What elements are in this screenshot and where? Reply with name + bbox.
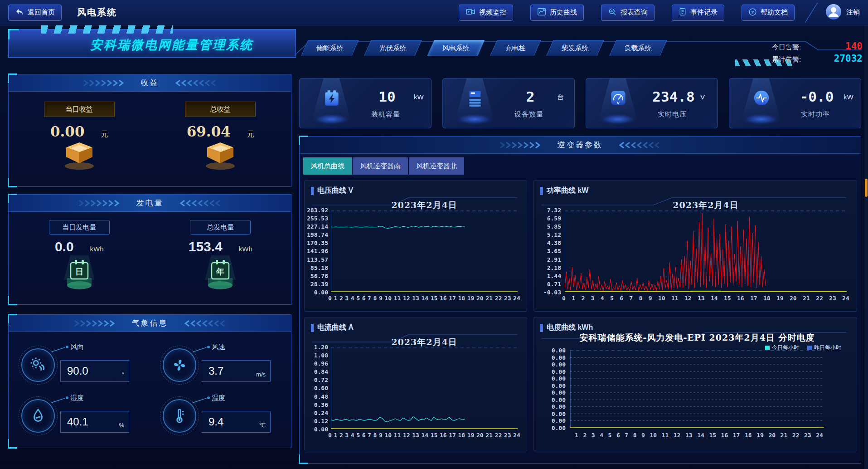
tab-diesel-system[interactable]: 柴发系统 [546, 40, 604, 56]
wind-speed-label: 风速 [212, 343, 225, 352]
topbar-actions: 视频监控 历史曲线 报表查询 事件记录 [459, 5, 795, 21]
temperature-label: 温度 [212, 394, 225, 402]
tab-wind-system[interactable]: 风电系统 [427, 40, 485, 56]
temperature-value-box: 9.4 ℃ [202, 411, 271, 433]
realtime-voltage-card: V 234.8 V 实时电压 [586, 78, 718, 128]
power-chart-title: 功率曲线 kW [547, 186, 588, 195]
today-alert-row: 今日告警: 140 [772, 41, 863, 53]
power-pulse-icon [751, 88, 772, 110]
total-generation-unit: kWh [239, 245, 252, 253]
device-count-value: 2 [505, 88, 555, 105]
current-chart-date: 2023年2月4日 [331, 337, 518, 348]
energy-chart-card: 电度曲线 kWh 安科瑞储能系统-风力发电-EPI 2023年2月4日 分时电度… [533, 317, 857, 451]
daily-generation-block: 当日发电量 0.0 kWh 日 [18, 212, 141, 293]
realtime-power-unit: kW [844, 93, 853, 101]
humidity-icon [21, 399, 55, 433]
total-generation-block: 总发电量 153.4 kWh 年 [159, 212, 281, 293]
connector-line [192, 345, 213, 354]
total-alert-row: 累计告警: 27032 [772, 53, 863, 65]
system-tab-bar: 储能系统 光伏系统 风电系统 充电桩 柴发系统 负载系统 [305, 40, 676, 55]
back-home-label: 返回首页 [28, 8, 55, 17]
daily-revenue-block: 当日收益 0.00 元 [18, 92, 141, 172]
voltage-plot [331, 210, 518, 292]
back-arrow-icon [15, 8, 24, 17]
report-query-button[interactable]: 报表查询 [601, 5, 655, 21]
energy-chart-heading: 安科瑞储能系统-风力发电-EPI 2023年2月4日 分时电度 [566, 332, 829, 344]
wind-direction-label: 风向 [70, 343, 84, 352]
event-log-button[interactable]: 事件记录 [672, 5, 724, 21]
daily-generation-chip: 当日发电量 [49, 220, 110, 234]
generation-panel: 发电量 当日发电量 0.0 kWh 日 总发电量 [8, 194, 291, 305]
legend-today-swatch [765, 346, 770, 350]
video-monitor-button[interactable]: 视频监控 [459, 5, 513, 21]
gold-box-icon [61, 141, 98, 172]
event-log-icon [679, 8, 687, 17]
tab-pv-system[interactable]: 光伏系统 [364, 40, 422, 56]
energy-y-axis: 0.000.000.000.000.000.000.000.000.000.00… [534, 347, 566, 431]
realtime-power-label: 实时功率 [775, 110, 856, 119]
power-x-axis: 0123456789101112131415161718192021222324 [562, 295, 849, 302]
chevrons-right-icon [499, 142, 542, 148]
wind-direction-unit: ° [122, 371, 124, 378]
history-curve-icon [537, 8, 546, 17]
inverter-panel: 逆变器参数 风机总曲线 风机逆变器南 风机逆变器北 电压曲线 V 2023年2月… [299, 136, 861, 464]
realtime-power-card: -0.0 kW 实时功率 [729, 78, 861, 128]
power-chart-card: 功率曲线 kW 2023年2月4日 7.326.595.855.124.383.… [533, 180, 857, 312]
history-curve-button[interactable]: 历史曲线 [530, 5, 584, 21]
tab-charging-pile[interactable]: 充电桩 [490, 40, 541, 56]
voltage-chart-date: 2023年2月4日 [331, 200, 518, 211]
total-generation-chip: 总发电量 [190, 220, 251, 234]
total-alert-label: 累计告警: [772, 55, 801, 64]
energy-x-axis: 123456789101112131415161718192021222324 [575, 432, 823, 439]
top-bar: 返回首页 风电系统 视频监控 历史曲线 报表查询 [0, 0, 868, 25]
calendar-day-char: 日 [75, 267, 83, 276]
avatar [825, 4, 842, 22]
humidity-unit: % [119, 422, 124, 429]
scrollbar-track[interactable] [864, 25, 868, 469]
yearly-calendar-icon: 年 [203, 255, 238, 293]
temperature-icon [163, 399, 196, 433]
daily-generation-value: 0.0 [55, 239, 74, 254]
scrollbar-thumb[interactable] [865, 179, 868, 197]
logout-label[interactable]: 注销 [846, 8, 860, 17]
daily-generation-unit: kWh [90, 245, 104, 253]
realtime-power-value: -0.0 [792, 88, 842, 105]
wind-direction-item: 风向 90.0 ° [21, 343, 148, 386]
voltage-chart-title: 电压曲线 V [317, 186, 353, 195]
tab-storage-system[interactable]: 储能系统 [301, 40, 359, 56]
wind-speed-value: 3.7 [209, 365, 223, 377]
device-count-card: 2 台 设备数量 [442, 78, 575, 128]
wind-speed-unit: m/s [256, 371, 266, 378]
connector-line [192, 396, 213, 405]
daily-calendar-icon: 日 [62, 255, 97, 293]
svg-text:V: V [617, 100, 620, 105]
tab-load-system[interactable]: 负载系统 [609, 40, 667, 56]
inverter-panel-title: 逆变器参数 [558, 140, 603, 150]
user-area[interactable]: 注销 [825, 4, 860, 22]
wind-speed-icon [163, 348, 196, 382]
energy-plot [570, 350, 824, 428]
report-query-label: 报表查询 [621, 8, 648, 17]
current-y-axis: 1.201.080.960.840.720.600.480.360.240.12… [305, 344, 328, 432]
help-docs-button[interactable]: ? 帮助文档 [742, 5, 795, 21]
today-alert-label: 今日告警: [772, 43, 801, 52]
video-monitor-label: 视频监控 [479, 8, 506, 17]
chevrons-left-icon [184, 320, 227, 327]
device-count-label: 设备数量 [488, 110, 570, 119]
inverter-panel-header: 逆变器参数 [300, 137, 861, 154]
tab-wind-total-curve[interactable]: 风机总曲线 [303, 157, 352, 175]
installed-capacity-card: 10 kW 装机容量 [299, 78, 432, 128]
chevrons-left-icon [175, 80, 218, 86]
humidity-value: 40.1 [67, 415, 88, 428]
tab-wind-inverter-south[interactable]: 风机逆变器南 [353, 157, 408, 175]
total-revenue-unit: 元 [247, 130, 254, 139]
humidity-label: 湿度 [70, 394, 84, 402]
power-y-axis: 7.326.595.855.124.383.652.912.181.440.71… [534, 207, 561, 295]
temperature-item: 温度 9.4 ℃ [163, 394, 290, 437]
revenue-panel-title: 收益 [141, 78, 159, 88]
wind-direction-value-box: 90.0 ° [60, 360, 129, 382]
chevrons-left-icon [179, 200, 223, 206]
calendar-year-char: 年 [216, 267, 224, 276]
back-home-button[interactable]: 返回首页 [8, 5, 62, 21]
tab-wind-inverter-north[interactable]: 风机逆变器北 [409, 157, 464, 175]
